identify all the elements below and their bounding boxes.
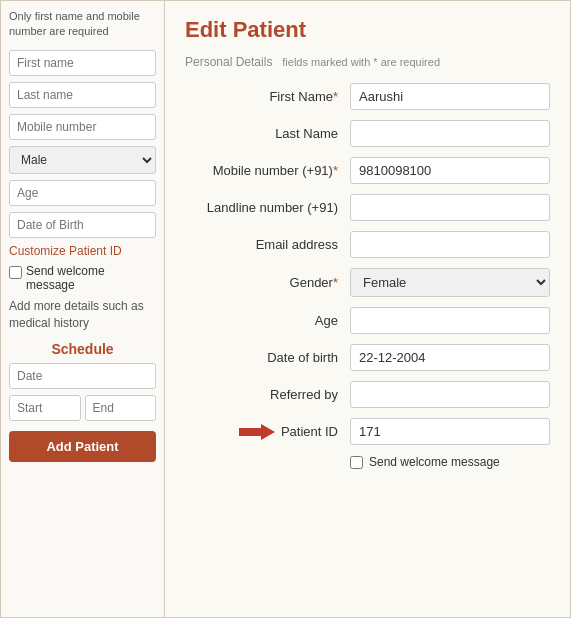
patient-id-arrow-icon <box>239 422 275 442</box>
sidebar-dob-input[interactable] <box>9 212 156 238</box>
landline-label: Landline number (+91) <box>185 200 350 215</box>
gender-select[interactable]: Female Male Other <box>350 268 550 297</box>
sidebar-last-name-input[interactable] <box>9 82 156 108</box>
mobile-label: Mobile number (+91)* <box>185 163 350 178</box>
svg-marker-0 <box>239 424 275 440</box>
schedule-time-row <box>9 395 156 421</box>
send-welcome-row: Send welcome message <box>9 264 156 292</box>
email-input[interactable] <box>350 231 550 258</box>
customize-patient-id-link[interactable]: Customize Patient ID <box>9 244 156 258</box>
last-name-input[interactable] <box>350 120 550 147</box>
dob-row: Date of birth <box>185 344 550 371</box>
first-name-row: First Name* <box>185 83 550 110</box>
main-content: Edit Patient Personal Details fields mar… <box>165 0 571 618</box>
dob-label: Date of birth <box>185 350 350 365</box>
patient-id-label: Patient ID <box>185 422 350 442</box>
add-details-text: Add more details such as medical history <box>9 298 156 332</box>
sidebar-age-input[interactable] <box>9 180 156 206</box>
patient-id-row: Patient ID <box>185 418 550 445</box>
schedule-start-input[interactable] <box>9 395 81 421</box>
send-welcome-main-row: Send welcome message <box>350 455 550 469</box>
age-row: Age <box>185 307 550 334</box>
page-title: Edit Patient <box>185 17 550 43</box>
send-welcome-main-label: Send welcome message <box>369 455 500 469</box>
age-input[interactable] <box>350 307 550 334</box>
email-label: Email address <box>185 237 350 252</box>
landline-input[interactable] <box>350 194 550 221</box>
sidebar: Only first name and mobile number are re… <box>0 0 165 618</box>
referred-row: Referred by <box>185 381 550 408</box>
section-title: Personal Details fields marked with * ar… <box>185 53 550 69</box>
sidebar-note: Only first name and mobile number are re… <box>9 9 156 40</box>
dob-input[interactable] <box>350 344 550 371</box>
first-name-label: First Name* <box>185 89 350 104</box>
sidebar-gender-select[interactable]: Male Female Other <box>9 146 156 174</box>
mobile-input[interactable] <box>350 157 550 184</box>
last-name-label: Last Name <box>185 126 350 141</box>
mobile-row: Mobile number (+91)* <box>185 157 550 184</box>
send-welcome-main-checkbox[interactable] <box>350 456 363 469</box>
email-row: Email address <box>185 231 550 258</box>
schedule-date-input[interactable] <box>9 363 156 389</box>
landline-row: Landline number (+91) <box>185 194 550 221</box>
sidebar-first-name-input[interactable] <box>9 50 156 76</box>
referred-label: Referred by <box>185 387 350 402</box>
sidebar-mobile-input[interactable] <box>9 114 156 140</box>
age-label: Age <box>185 313 350 328</box>
send-welcome-label: Send welcome message <box>26 264 156 292</box>
first-name-input[interactable] <box>350 83 550 110</box>
gender-row: Gender* Female Male Other <box>185 268 550 297</box>
schedule-end-input[interactable] <box>85 395 157 421</box>
add-patient-button[interactable]: Add Patient <box>9 431 156 462</box>
last-name-row: Last Name <box>185 120 550 147</box>
send-welcome-checkbox[interactable] <box>9 266 22 279</box>
patient-id-input[interactable] <box>350 418 550 445</box>
referred-input[interactable] <box>350 381 550 408</box>
gender-label: Gender* <box>185 275 350 290</box>
schedule-label: Schedule <box>9 341 156 357</box>
